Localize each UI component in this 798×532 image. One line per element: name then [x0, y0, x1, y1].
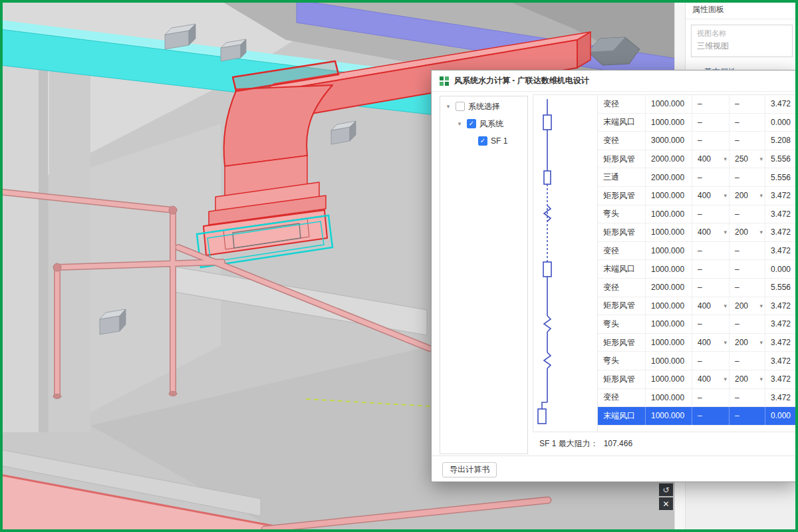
table-row[interactable]: 矩形风管1000.000400▾200▾3.472 [598, 297, 796, 316]
chevron-down-icon[interactable]: ▾ [759, 339, 763, 346]
dialog-titlebar[interactable]: 风系统水力计算 - 广联达数维机电设计 [432, 70, 797, 92]
table-row[interactable]: 弯头1000.000––3.472 [598, 352, 796, 370]
chevron-down-icon[interactable]: ▾ [724, 192, 727, 199]
cell-component: 变径 [598, 242, 645, 260]
tree-item-air-system[interactable]: ▾ ✓ 风系统 [440, 116, 527, 131]
cell-component: 变径 [598, 132, 645, 150]
cell-width[interactable]: 400▾ [692, 334, 729, 352]
panel-bottom-area [686, 481, 798, 532]
cell-width[interactable]: 400▾ [692, 370, 729, 388]
cell-flow: 1000.000 [645, 114, 692, 132]
table-row[interactable]: 矩形风管1000.000400▾200▾3.472 [598, 187, 796, 205]
cell-width: – [692, 260, 729, 278]
cell-height[interactable]: 200▾ [729, 370, 765, 388]
export-report-button[interactable]: 导出计算书 [442, 462, 497, 477]
cell-component: 矩形风管 [598, 334, 645, 352]
cell-component: 矩形风管 [598, 187, 645, 205]
table-row[interactable]: 变径3000.000––5.208 [598, 132, 796, 150]
cell-flow: 1000.000 [645, 205, 692, 223]
cell-loss: 3.472 [765, 370, 796, 388]
cell-height: – [729, 260, 765, 278]
close-button[interactable]: ✕ [659, 497, 673, 510]
chevron-down-icon[interactable]: ▾ [724, 156, 727, 162]
cell-loss: 3.472 [765, 297, 796, 315]
cell-height: – [729, 315, 765, 333]
chevron-down-icon[interactable]: ▾ [724, 303, 727, 309]
table-row[interactable]: 矩形风管1000.000400▾200▾3.472 [598, 334, 796, 352]
view-name-field[interactable]: 视图名称 三维视图 [691, 25, 793, 57]
tree-label: SF 1 [491, 136, 507, 146]
cell-height: – [729, 205, 765, 223]
checkbox-air-system[interactable]: ✓ [467, 119, 476, 128]
cell-width: – [692, 279, 729, 297]
table-row[interactable]: 矩形风管2000.000400▾250▾5.556 [598, 150, 796, 169]
checkbox-system-select[interactable] [456, 102, 465, 111]
cell-height: – [729, 389, 765, 407]
cell-height: – [729, 242, 765, 260]
table-row[interactable]: 矩形风管1000.000400▾200▾3.472 [598, 370, 796, 389]
table-row[interactable]: 末端风口1000.000––0.000 [598, 114, 796, 132]
cell-width: – [692, 168, 729, 186]
chevron-down-icon[interactable]: ▾ [456, 120, 464, 127]
cell-width[interactable]: 400▾ [692, 187, 729, 205]
cell-flow: 1000.000 [645, 260, 692, 278]
cell-flow: 1000.000 [645, 242, 692, 260]
cell-loss: 0.000 [765, 260, 796, 278]
cell-loss: 5.208 [765, 132, 796, 150]
cell-flow: 1000.000 [645, 187, 692, 205]
cell-loss: 0.000 [765, 407, 796, 425]
chevron-down-icon[interactable]: ▾ [759, 303, 763, 309]
max-resistance-value: 107.466 [604, 439, 632, 448]
cell-width[interactable]: 400▾ [692, 223, 729, 241]
cell-height[interactable]: 200▾ [729, 187, 765, 205]
cell-loss: 3.472 [765, 242, 796, 260]
table-row[interactable]: 变径1000.000––3.472 [598, 242, 796, 261]
chevron-down-icon[interactable]: ▾ [444, 103, 452, 110]
cell-loss: 3.472 [765, 334, 796, 352]
cell-height: – [729, 95, 765, 113]
cell-height[interactable]: 250▾ [729, 150, 765, 168]
table-row[interactable]: 变径1000.000––3.472 [598, 95, 796, 114]
cell-width[interactable]: 400▾ [692, 297, 729, 315]
table-row[interactable]: 变径2000.000––5.556 [598, 279, 796, 297]
chevron-down-icon[interactable]: ▾ [759, 192, 763, 199]
cell-loss: 3.472 [765, 389, 796, 407]
tree-item-system-select[interactable]: ▾ 系统选择 [440, 99, 527, 114]
cell-height[interactable]: 200▾ [729, 297, 765, 315]
close-icon: ✕ [662, 499, 669, 509]
chevron-down-icon[interactable]: ▾ [759, 376, 763, 382]
cell-loss: 5.556 [765, 279, 796, 297]
cell-component: 弯头 [598, 205, 645, 223]
chevron-down-icon[interactable]: ▾ [759, 156, 763, 162]
table-row[interactable]: 三通2000.000––5.556 [598, 168, 796, 187]
view-name-label: 视图名称 [697, 29, 787, 39]
table-row[interactable]: 矩形风管1000.000400▾200▾3.472 [598, 223, 796, 242]
cell-height: – [729, 114, 765, 132]
cell-height[interactable]: 200▾ [729, 223, 765, 241]
tree-label: 系统选择 [468, 101, 500, 112]
table-row[interactable]: 末端风口1000.000––0.000 [598, 407, 796, 426]
table-row[interactable]: 弯头1000.000––3.472 [598, 205, 796, 224]
cell-loss: 5.556 [765, 168, 796, 186]
chevron-down-icon[interactable]: ▾ [759, 229, 763, 235]
checkbox-sf1[interactable]: ✓ [478, 136, 487, 146]
table-row[interactable]: 变径1000.000––3.472 [598, 389, 796, 408]
app-logo-icon [440, 76, 449, 86]
cell-width[interactable]: 400▾ [692, 150, 729, 168]
table-row[interactable]: 弯头1000.000––3.472 [598, 315, 796, 334]
chevron-down-icon[interactable]: ▾ [724, 229, 727, 235]
table-row[interactable]: 末端风口1000.000––0.000 [598, 260, 796, 279]
cell-component: 矩形风管 [598, 297, 645, 315]
chevron-down-icon[interactable]: ▾ [724, 339, 727, 346]
cell-loss: 3.472 [765, 223, 796, 241]
cell-height[interactable]: 200▾ [729, 334, 765, 352]
cell-flow: 1000.000 [645, 389, 692, 407]
cell-flow: 1000.000 [645, 334, 692, 352]
chevron-down-icon[interactable]: ▾ [724, 376, 727, 382]
cell-height: – [729, 168, 765, 186]
cell-component: 弯头 [598, 315, 645, 333]
undo-button[interactable]: ↺ [659, 483, 673, 496]
cell-flow: 2000.000 [645, 150, 692, 168]
cell-component: 末端风口 [598, 407, 645, 425]
tree-item-sf1[interactable]: ✓ SF 1 [440, 134, 527, 148]
